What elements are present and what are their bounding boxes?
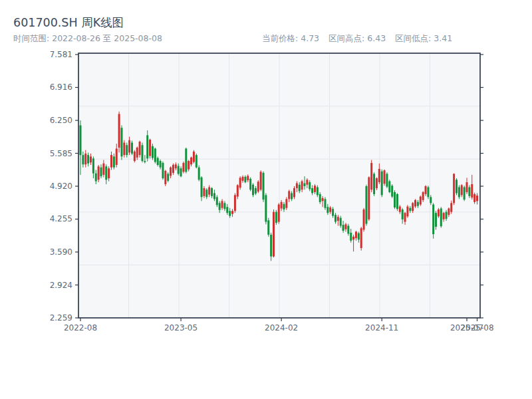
candle-body bbox=[182, 163, 184, 172]
candle-up bbox=[453, 174, 455, 205]
candle-body bbox=[100, 168, 102, 176]
candle-body bbox=[384, 170, 386, 184]
candle-body bbox=[314, 186, 316, 192]
candle-body bbox=[105, 166, 107, 180]
candle-body bbox=[435, 213, 437, 227]
candle-body bbox=[95, 174, 97, 182]
candle-body bbox=[270, 235, 272, 257]
candle-body bbox=[443, 213, 445, 219]
candle-body bbox=[164, 171, 166, 184]
candle-down bbox=[141, 143, 143, 163]
candle-body bbox=[303, 184, 305, 186]
candle-down bbox=[167, 172, 169, 182]
candle-body bbox=[178, 166, 180, 174]
candle-body bbox=[249, 179, 251, 190]
candle-down bbox=[464, 186, 466, 201]
candle-up bbox=[420, 196, 422, 206]
candle-body bbox=[255, 188, 257, 194]
candle-up bbox=[118, 112, 120, 153]
candle-body bbox=[102, 164, 104, 175]
candle-body bbox=[237, 186, 239, 197]
candle-body bbox=[108, 168, 110, 178]
candle-body bbox=[193, 152, 195, 162]
candle-down bbox=[249, 178, 251, 192]
candle-body bbox=[211, 188, 213, 196]
candle-body bbox=[396, 194, 398, 209]
candle-body bbox=[373, 174, 375, 194]
candle-body bbox=[120, 128, 122, 156]
candle-up bbox=[260, 170, 262, 191]
candle-down bbox=[432, 203, 434, 239]
candle-down bbox=[154, 148, 156, 164]
candle-up bbox=[193, 150, 195, 164]
candle-body bbox=[324, 199, 326, 207]
x-tick-label: 2024-02 bbox=[265, 323, 298, 332]
candle-body bbox=[231, 211, 233, 213]
candle-body bbox=[152, 146, 154, 158]
candle-body bbox=[461, 186, 463, 196]
candle-wick bbox=[144, 155, 145, 164]
candle-body bbox=[90, 156, 92, 162]
candle-down bbox=[388, 180, 390, 193]
candle-body bbox=[406, 207, 408, 217]
candle-body bbox=[131, 143, 133, 154]
candle-body bbox=[80, 125, 82, 155]
candle-body bbox=[420, 197, 422, 205]
candle-body bbox=[425, 186, 427, 194]
candle-body bbox=[139, 142, 141, 155]
candle-body bbox=[273, 212, 275, 257]
candle-body bbox=[116, 148, 118, 165]
candle-body bbox=[221, 201, 223, 207]
candle-body bbox=[309, 182, 311, 189]
candle-body bbox=[275, 212, 277, 223]
candle-body bbox=[448, 208, 450, 215]
candle-up bbox=[368, 176, 370, 221]
candle-body bbox=[378, 169, 380, 182]
candle-body bbox=[278, 205, 280, 222]
candle-body bbox=[162, 163, 164, 178]
candle-body bbox=[113, 156, 115, 167]
candle-body bbox=[350, 233, 352, 241]
candle-up bbox=[273, 209, 275, 257]
y-tick-label: 5.585 bbox=[50, 149, 72, 158]
candle-body bbox=[306, 180, 308, 184]
candle-body bbox=[203, 188, 205, 196]
candle-body bbox=[229, 211, 231, 215]
candle-down bbox=[265, 193, 267, 224]
candle-body bbox=[242, 177, 244, 181]
kline-page: 601700.SH 周K线图 时间范围: 2022-08-26 至 2025-0… bbox=[0, 0, 532, 399]
candle-up bbox=[384, 170, 386, 186]
candle-up bbox=[278, 203, 280, 223]
candle-up bbox=[239, 176, 241, 190]
candle-body bbox=[263, 173, 265, 200]
candle-body bbox=[453, 174, 455, 203]
candle-up bbox=[363, 208, 365, 232]
candle-body bbox=[82, 155, 84, 164]
candle-up bbox=[98, 165, 100, 182]
candle-body bbox=[332, 209, 334, 215]
candle-down bbox=[394, 190, 396, 209]
candle-body bbox=[126, 145, 128, 155]
candle-body bbox=[347, 226, 349, 234]
y-tick-label: 3.590 bbox=[50, 247, 72, 257]
candle-body bbox=[196, 155, 198, 168]
x-tick-label: 2022-08 bbox=[64, 323, 97, 332]
candle-body bbox=[157, 158, 159, 165]
candle-down bbox=[263, 172, 265, 202]
candle-up bbox=[139, 141, 141, 158]
candle-body bbox=[456, 180, 458, 193]
candle-body bbox=[160, 161, 162, 168]
candle-body bbox=[327, 207, 329, 213]
candle-body bbox=[244, 177, 246, 182]
candle-body bbox=[144, 161, 146, 162]
candle-body bbox=[319, 194, 321, 202]
candle-body bbox=[317, 187, 319, 195]
candle-body bbox=[291, 193, 293, 199]
candle-body bbox=[388, 182, 390, 192]
candle-body bbox=[355, 231, 357, 238]
candle-body bbox=[376, 178, 378, 188]
candle-body bbox=[402, 209, 404, 219]
candle-body bbox=[468, 187, 470, 196]
candle-down bbox=[373, 172, 375, 196]
candle-body bbox=[213, 193, 215, 199]
